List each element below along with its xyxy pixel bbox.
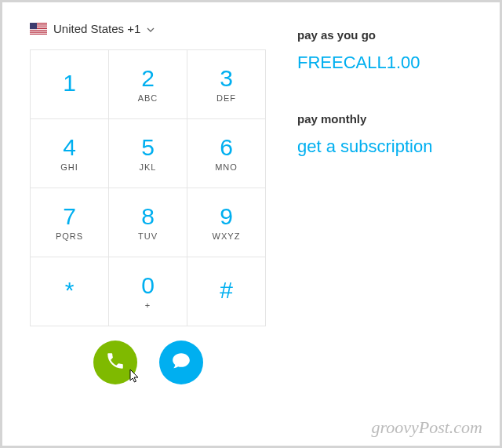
- dial-keypad: 1 2ABC 3DEF 4GHI 5JKL 6MNO 7PQRS 8TUV 9W…: [30, 49, 266, 326]
- flag-us-icon: [30, 23, 47, 35]
- subscription-link[interactable]: get a subscription: [297, 137, 432, 157]
- credit-balance-link[interactable]: FREECALL1.00: [297, 53, 432, 73]
- cursor-icon: [129, 369, 142, 388]
- svg-rect-5: [30, 31, 47, 31]
- svg-rect-4: [30, 29, 47, 30]
- key-3[interactable]: 3DEF: [187, 50, 266, 119]
- monthly-label: pay monthly: [297, 112, 432, 126]
- phone-icon: [105, 351, 126, 374]
- key-8[interactable]: 8TUV: [109, 188, 187, 257]
- key-5[interactable]: 5JKL: [109, 119, 187, 188]
- chat-icon: [171, 351, 191, 374]
- key-6[interactable]: 6MNO: [187, 119, 266, 188]
- chat-button[interactable]: [159, 341, 203, 384]
- call-button[interactable]: [93, 341, 137, 384]
- key-1[interactable]: 1: [31, 50, 109, 119]
- key-hash[interactable]: #: [187, 257, 266, 326]
- svg-rect-7: [30, 23, 37, 29]
- key-9[interactable]: 9WXYZ: [187, 188, 266, 257]
- key-4[interactable]: 4GHI: [31, 119, 109, 188]
- svg-rect-6: [30, 33, 47, 34]
- key-star[interactable]: *: [31, 257, 109, 326]
- chevron-down-icon: [147, 24, 155, 35]
- key-0[interactable]: 0+: [109, 257, 187, 326]
- country-selector[interactable]: United States +1: [30, 22, 266, 35]
- payg-label: pay as you go: [297, 28, 432, 42]
- key-7[interactable]: 7PQRS: [31, 188, 109, 257]
- country-label: United States +1: [53, 22, 140, 35]
- key-2[interactable]: 2ABC: [109, 50, 187, 119]
- watermark: groovyPost.com: [371, 417, 482, 438]
